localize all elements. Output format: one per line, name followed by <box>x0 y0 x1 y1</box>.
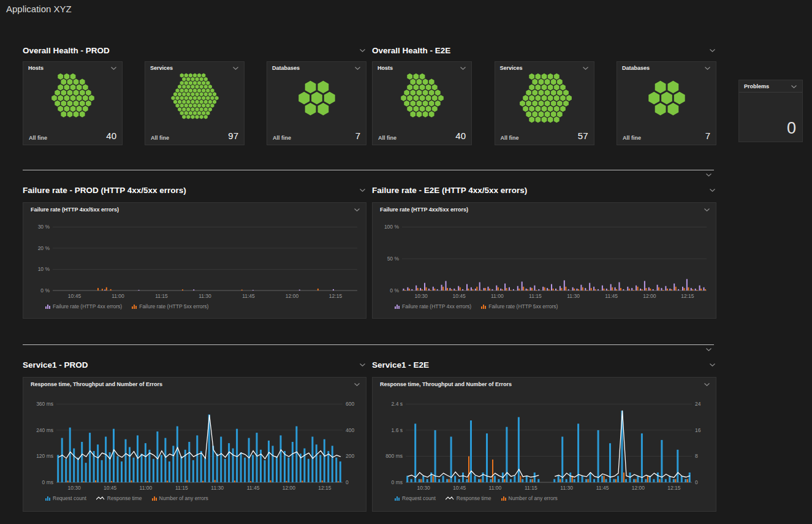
section-header-health-e2e: Overall Health - E2E <box>372 45 716 56</box>
legend-label: Response time <box>457 495 491 501</box>
svg-text:12:15: 12:15 <box>681 293 694 299</box>
chevron-down-icon[interactable] <box>354 66 362 71</box>
svg-text:0 ms: 0 ms <box>392 479 403 485</box>
chevron-down-icon[interactable] <box>708 188 716 193</box>
legend-item-errors[interactable]: Number of any errors <box>501 495 558 501</box>
svg-text:10:30: 10:30 <box>68 485 82 491</box>
legend-item-request-count[interactable]: Request count <box>395 495 436 501</box>
legend-item-5xx[interactable]: Failure rate (HTTP 5xx errors) <box>132 303 208 309</box>
svg-text:10:45: 10:45 <box>453 293 466 299</box>
chart-tile-service-prod[interactable]: Response time, Throughput and Number of … <box>23 377 366 512</box>
svg-text:1.6 s: 1.6 s <box>392 427 403 433</box>
svg-text:11:45: 11:45 <box>605 293 618 299</box>
chevron-down-icon[interactable] <box>353 207 361 213</box>
svg-text:11:30: 11:30 <box>567 293 580 299</box>
svg-text:11:30: 11:30 <box>560 485 573 491</box>
health-tile-hosts-e2e[interactable]: Hosts All fine40 <box>372 61 472 145</box>
chevron-down-icon[interactable] <box>359 188 366 193</box>
svg-text:100 %: 100 % <box>384 224 400 230</box>
hex-grid <box>385 73 459 123</box>
legend-item-4xx[interactable]: Failure rate (HTTP 4xx errors) <box>395 303 471 309</box>
chevron-down-icon[interactable] <box>704 66 711 71</box>
chart-tile-failure-e2e[interactable]: Failure rate (HTTP 4xx/5xx errors) 0 %50… <box>372 202 716 319</box>
health-tile-services-prod[interactable]: Services All fine97 <box>145 61 245 145</box>
svg-text:20 %: 20 % <box>38 245 50 251</box>
section-divider <box>23 344 714 345</box>
chart-legend: Request count Response time Number of an… <box>23 493 366 501</box>
chevron-down-icon[interactable] <box>703 382 711 387</box>
health-tile-databases-e2e[interactable]: Databases All fine7 <box>617 61 716 145</box>
svg-text:11:15: 11:15 <box>529 293 542 299</box>
svg-text:10 %: 10 % <box>38 266 50 272</box>
svg-text:800 ms: 800 ms <box>385 453 403 459</box>
chevron-down-icon[interactable] <box>359 362 366 368</box>
tile-title: Databases <box>622 65 650 71</box>
legend-item-errors[interactable]: Number of any errors <box>152 495 208 501</box>
svg-text:0: 0 <box>695 479 698 485</box>
chevron-down-icon[interactable] <box>705 172 713 178</box>
section-title: Overall Health - PROD <box>23 46 110 55</box>
chevron-down-icon[interactable] <box>582 66 590 71</box>
legend-item-response-time[interactable]: Response time <box>96 495 142 501</box>
section-header-failure-prod: Failure rate - PROD (HTTP 4xx/5xx errors… <box>23 184 366 196</box>
section-header-service-prod: Service1 - PROD <box>23 359 366 370</box>
legend-label: Failure rate (HTTP 4xx errors) <box>53 303 122 309</box>
legend-label: Response time <box>107 495 142 501</box>
chart-tile-failure-prod[interactable]: Failure rate (HTTP 4xx/5xx errors) 0 %10… <box>23 202 366 319</box>
bars-icon <box>132 305 137 309</box>
legend-item-request-count[interactable]: Request count <box>45 495 86 501</box>
entity-count: 57 <box>578 131 588 141</box>
chevron-down-icon[interactable] <box>359 48 366 53</box>
service-prod-chart[interactable]: 0 ms0120 ms200240 ms400360 ms60010:3010:… <box>28 389 362 493</box>
hex-grid <box>158 73 232 123</box>
svg-text:360 ms: 360 ms <box>36 401 53 407</box>
svg-text:12:15: 12:15 <box>329 293 343 299</box>
svg-text:16: 16 <box>695 427 701 433</box>
chevron-down-icon[interactable] <box>353 382 361 387</box>
section-title: Service1 - PROD <box>23 360 88 370</box>
chevron-down-icon[interactable] <box>708 362 716 368</box>
svg-text:11:30: 11:30 <box>211 485 224 491</box>
chart-tile-service-e2e[interactable]: Response time, Throughput and Number of … <box>372 377 716 512</box>
chevron-down-icon[interactable] <box>459 66 467 71</box>
chevron-down-icon[interactable] <box>232 66 240 71</box>
svg-text:11:00: 11:00 <box>489 485 502 491</box>
entity-count: 40 <box>106 131 116 141</box>
chevron-down-icon[interactable] <box>703 207 711 213</box>
status-label: All fine <box>29 135 47 141</box>
svg-text:600: 600 <box>346 401 354 407</box>
service-e2e-chart[interactable]: 0 ms0800 ms81.6 s162.4 s2410:3010:4511:0… <box>378 389 711 493</box>
status-label: All fine <box>273 135 291 141</box>
svg-text:2.4 s: 2.4 s <box>392 401 403 407</box>
problems-tile[interactable]: Problems 0 <box>738 80 803 142</box>
health-tile-services-e2e[interactable]: Services All fine57 <box>495 61 594 145</box>
chart-title: Response time, Throughput and Number of … <box>31 381 162 387</box>
legend-item-5xx[interactable]: Failure rate (HTTP 5xx errors) <box>481 303 558 309</box>
failure-rate-e2e-chart[interactable]: 0 %50 %100 %10:3010:4511:0011:1511:3011:… <box>378 215 711 302</box>
svg-text:12:15: 12:15 <box>318 485 332 491</box>
chevron-down-icon[interactable] <box>705 347 713 352</box>
svg-text:50 %: 50 % <box>387 256 400 262</box>
chevron-down-icon[interactable] <box>790 84 798 89</box>
svg-text:11:15: 11:15 <box>155 293 168 299</box>
svg-text:11:45: 11:45 <box>596 485 609 491</box>
chart-legend: Failure rate (HTTP 4xx errors) Failure r… <box>23 302 366 309</box>
legend-item-response-time[interactable]: Response time <box>446 495 491 501</box>
svg-text:10:30: 10:30 <box>417 485 431 491</box>
bars-icon <box>395 496 400 501</box>
svg-text:0: 0 <box>346 479 349 485</box>
tile-title: Hosts <box>28 65 44 71</box>
svg-text:11:15: 11:15 <box>525 485 537 491</box>
failure-rate-prod-chart[interactable]: 0 %10 %20 %30 %10:4511:0011:1511:3011:45… <box>28 215 362 302</box>
chevron-down-icon[interactable] <box>708 48 716 53</box>
legend-item-4xx[interactable]: Failure rate (HTTP 4xx errors) <box>45 303 122 309</box>
health-tile-hosts-prod[interactable]: Hosts All fine40 <box>23 61 123 145</box>
status-label: All fine <box>623 135 641 141</box>
svg-text:0 ms: 0 ms <box>42 479 53 485</box>
bars-icon <box>395 305 400 309</box>
svg-text:11:00: 11:00 <box>112 293 124 299</box>
hex-grid <box>630 73 704 123</box>
chevron-down-icon[interactable] <box>110 66 118 71</box>
health-tile-databases-prod[interactable]: Databases All fine7 <box>267 61 366 145</box>
section-header-failure-e2e: Failure rate - E2E (HTTP 4xx/5xx errors) <box>372 184 716 196</box>
